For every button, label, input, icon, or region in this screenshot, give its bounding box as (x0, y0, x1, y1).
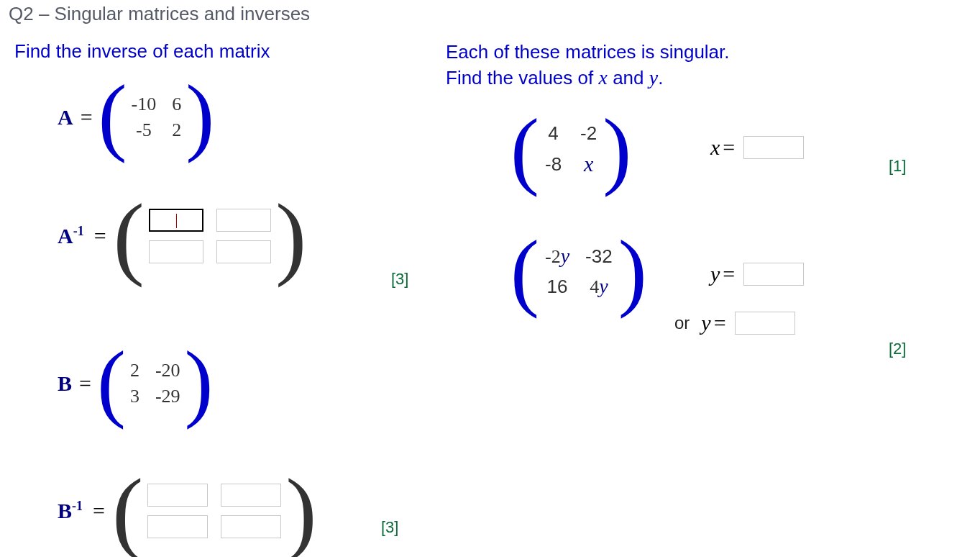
mark-B: [3] (381, 518, 398, 537)
a-inv-input-22[interactable] (216, 240, 271, 263)
eq-y1: = (723, 262, 735, 286)
matrix-cell: -2-2yy (545, 245, 569, 268)
lparen-icon: ( (112, 488, 143, 534)
lparen-icon: ( (510, 250, 539, 293)
matrix-M1: 4 -2 -8 x (545, 122, 597, 176)
rparen-icon: ) (185, 361, 214, 404)
label-y1: y (710, 262, 720, 286)
matrix-B: 2 -20 3 -29 (130, 360, 180, 407)
matrix-A-inv-inputs (149, 209, 271, 263)
label-B: B (58, 371, 72, 396)
eq-B: = (79, 371, 91, 396)
b-inv-input-21[interactable] (147, 515, 208, 538)
matrix-cell: 44yy (590, 275, 608, 298)
matrix-cell: -32 (585, 245, 613, 268)
matrix-cell: -20 (155, 360, 180, 381)
matrix-cell-x: x (584, 152, 593, 176)
matrix-M2: -2-2yy -32 16 44yy (545, 245, 613, 298)
matrix-cell: 2 (130, 360, 139, 381)
matrix-cell: 2 (172, 119, 181, 141)
eq-A: = (81, 105, 93, 130)
matrix-cell: -5 (136, 119, 152, 141)
matrix-cell: -8 (545, 153, 562, 176)
rparen-icon: ) (186, 94, 214, 137)
page-title: Q2 – Singular matrices and inverses (4, 0, 310, 25)
lparen-icon: ( (510, 128, 539, 171)
b-inv-input-22[interactable] (221, 515, 281, 538)
eq-y2: = (714, 311, 726, 335)
matrix-B-inv-inputs (147, 484, 281, 538)
lparen-icon: ( (114, 213, 145, 259)
matrix-A: -10 6 -5 2 (132, 94, 182, 141)
lparen-icon: ( (97, 361, 126, 404)
a-inv-input-21[interactable] (149, 240, 203, 263)
mark-M1: [1] (889, 157, 906, 176)
mark-M2: [2] (889, 340, 906, 358)
eq-B-inv: = (93, 499, 105, 523)
mark-A: [3] (391, 270, 408, 289)
label-x: x (710, 135, 720, 160)
right-heading: Each of these matrices is singular. Find… (446, 40, 730, 91)
matrix-cell: 16 (547, 276, 568, 298)
label-B-inv: B-1 (58, 499, 83, 523)
a-inv-input-11[interactable] (149, 209, 203, 232)
label-A: A (58, 105, 73, 130)
rparen-icon: ) (603, 128, 631, 171)
matrix-cell: -2 (580, 122, 597, 145)
eq-A-inv: = (94, 224, 106, 248)
y-input-2[interactable] (735, 312, 795, 335)
y-input-1[interactable] (743, 263, 804, 286)
matrix-cell: -10 (132, 94, 157, 115)
rparen-icon: ) (285, 488, 316, 534)
a-inv-input-12[interactable] (216, 209, 271, 232)
matrix-cell: 4 (548, 122, 558, 145)
b-inv-input-12[interactable] (221, 484, 281, 507)
matrix-cell: 6 (172, 94, 181, 115)
label-y2: y (701, 311, 710, 335)
eq-x: = (723, 135, 735, 160)
rparen-icon: ) (618, 250, 647, 293)
matrix-cell: 3 (130, 386, 139, 407)
label-A-inv: A-1 (58, 224, 84, 248)
x-input[interactable] (743, 136, 804, 159)
matrix-cell: -29 (155, 386, 180, 407)
left-heading: Find the inverse of each matrix (14, 40, 270, 63)
label-or: or (674, 313, 690, 333)
b-inv-input-11[interactable] (147, 484, 208, 507)
rparen-icon: ) (275, 213, 306, 259)
lparen-icon: ( (99, 94, 127, 137)
